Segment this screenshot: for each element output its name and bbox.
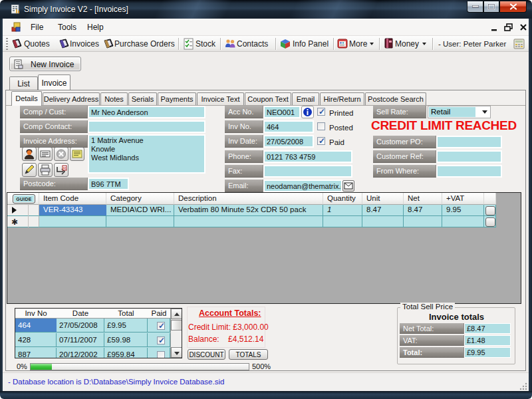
svg-text:R: R xyxy=(63,166,66,170)
